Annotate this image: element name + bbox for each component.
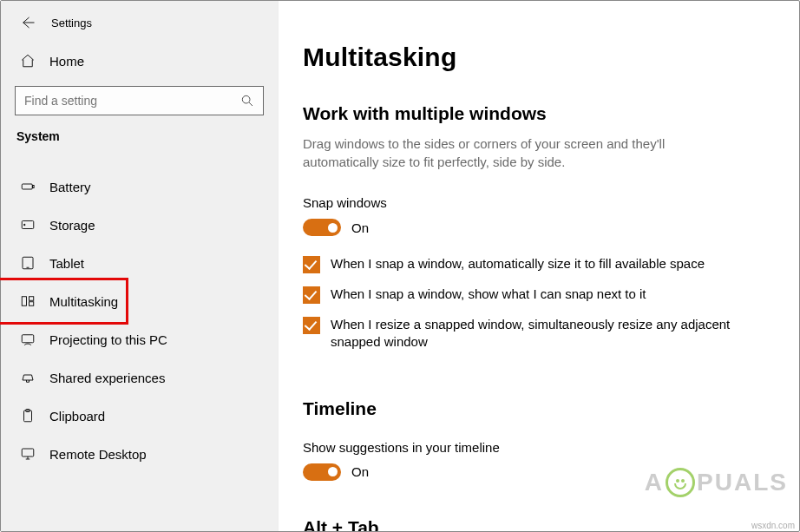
sidebar-item-shared[interactable]: Shared experiences <box>1 358 278 397</box>
svg-point-0 <box>242 95 250 103</box>
sidebar: Settings Home System Battery <box>1 1 279 531</box>
back-button[interactable] <box>20 15 36 30</box>
sidebar-item-battery[interactable]: Battery <box>1 167 278 206</box>
section-title-windows: Work with multiple windows <box>303 103 761 124</box>
section-title-alttab: Alt + Tab <box>303 517 761 532</box>
sidebar-item-label: Multitasking <box>49 294 118 309</box>
checkbox-fill-space[interactable] <box>303 256 320 273</box>
sidebar-item-label: Shared experiences <box>49 371 165 385</box>
svg-rect-9 <box>30 302 34 306</box>
timeline-toggle[interactable] <box>303 463 341 481</box>
timeline-suggest-label: Show suggestions in your timeline <box>303 440 761 455</box>
sidebar-item-label: Remote Desktop <box>49 447 147 462</box>
sidebar-item-label: Storage <box>49 218 95 233</box>
check-label: When I snap a window, automatically size… <box>331 255 705 273</box>
search-box[interactable] <box>15 86 264 115</box>
home-icon <box>20 53 36 69</box>
home-label: Home <box>49 54 84 69</box>
page-title: Multitasking <box>303 43 761 72</box>
category-label: System <box>1 129 278 152</box>
window-title: Settings <box>51 16 92 30</box>
sidebar-item-clipboard[interactable]: Clipboard <box>1 397 278 435</box>
sidebar-item-multitasking[interactable]: Multitasking <box>1 282 278 320</box>
check-label: When I snap a window, show what I can sn… <box>331 286 646 303</box>
timeline-state: On <box>351 464 369 479</box>
sidebar-item-label: Clipboard <box>49 409 105 424</box>
watermark-text-post: PUALS <box>697 469 788 496</box>
check-label: When I resize a snapped window, simultan… <box>331 316 754 351</box>
sidebar-header: Settings <box>1 1 278 41</box>
remote-desktop-icon <box>20 446 36 462</box>
settings-window: Settings Home System Battery <box>0 0 800 532</box>
sidebar-item-label: Projecting to this PC <box>49 332 167 347</box>
check-row: When I resize a snapped window, simultan… <box>303 316 754 351</box>
battery-icon <box>20 179 36 194</box>
checkbox-resize-adjacent[interactable] <box>303 317 320 334</box>
section-title-timeline: Timeline <box>303 398 761 419</box>
sidebar-item-label: Battery <box>49 180 91 194</box>
sidebar-item-label: Tablet <box>49 256 84 271</box>
svg-rect-7 <box>22 297 26 306</box>
snap-windows-state: On <box>351 220 369 235</box>
snap-windows-toggle-row: On <box>303 219 761 236</box>
tablet-icon <box>20 255 36 271</box>
watermark: A PUALS <box>645 468 788 497</box>
clipboard-icon <box>20 408 36 424</box>
svg-rect-2 <box>33 186 35 188</box>
svg-rect-13 <box>22 449 34 456</box>
sidebar-item-tablet[interactable]: Tablet <box>1 244 278 282</box>
check-row: When I snap a window, show what I can sn… <box>303 286 754 304</box>
sidebar-item-remote[interactable]: Remote Desktop <box>1 435 278 473</box>
search-input[interactable] <box>24 94 240 108</box>
check-row: When I snap a window, automatically size… <box>303 255 754 273</box>
sidebar-item-projecting[interactable]: Projecting to this PC <box>1 320 278 358</box>
snap-windows-toggle[interactable] <box>303 219 341 236</box>
svg-rect-8 <box>30 297 34 301</box>
svg-rect-10 <box>22 335 34 343</box>
multitasking-icon <box>20 293 36 309</box>
storage-icon <box>20 217 36 233</box>
svg-rect-1 <box>22 184 32 189</box>
source-url: wsxdn.com <box>751 521 795 530</box>
home-nav[interactable]: Home <box>1 41 278 81</box>
watermark-face-icon <box>666 468 695 497</box>
svg-rect-5 <box>23 257 33 269</box>
search-icon <box>240 94 254 108</box>
checkbox-show-next[interactable] <box>303 286 320 304</box>
sidebar-item-storage[interactable]: Storage <box>1 206 278 244</box>
section-desc: Drag windows to the sides or corners of … <box>303 135 685 171</box>
main-content: Multitasking Work with multiple windows … <box>279 1 799 531</box>
snap-windows-label: Snap windows <box>303 195 761 210</box>
projecting-icon <box>20 332 36 347</box>
svg-point-4 <box>24 224 26 226</box>
watermark-text-pre: A <box>645 469 664 496</box>
shared-icon <box>20 370 36 385</box>
